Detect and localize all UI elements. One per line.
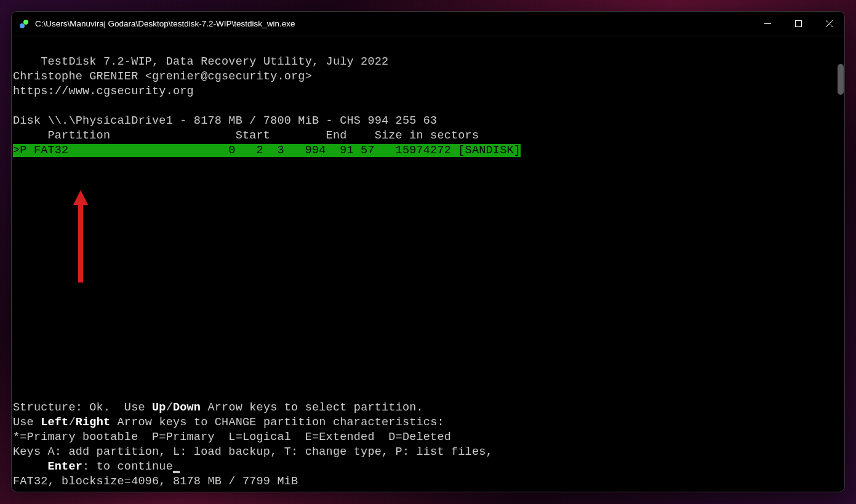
structure-status-prefix: Structure: Ok. Use [13, 401, 152, 414]
header-url: https://www.cgsecurity.org [13, 85, 194, 98]
annotation-arrow [31, 175, 88, 302]
header-version: TestDisk 7.2-WIP, Data Recovery Utility,… [41, 55, 388, 68]
window-controls [752, 12, 844, 36]
svg-point-0 [20, 23, 25, 28]
key-right: Right [76, 416, 111, 429]
header-author: Christophe GRENIER <grenier@cgsecurity.o… [13, 70, 312, 83]
key-down: Down [173, 401, 201, 414]
key-up: Up [152, 401, 166, 414]
svg-rect-3 [795, 21, 801, 27]
app-icon [19, 19, 29, 29]
column-headers: Partition Start End Size in sectors [13, 129, 479, 142]
scrollbar-thumb[interactable] [838, 64, 844, 95]
key-left: Left [41, 416, 68, 429]
disk-info: Disk \\.\PhysicalDrive1 - 8178 MB / 7800… [13, 114, 437, 127]
key-enter: Enter [48, 460, 83, 473]
close-button[interactable] [814, 12, 844, 36]
instruction-block: Structure: Ok. Use Up/Down Arrow keys to… [13, 401, 843, 489]
keys-legend: Keys A: add partition, L: load backup, T… [13, 446, 493, 458]
titlebar[interactable]: C:\Users\Manuviraj Godara\Desktop\testdi… [12, 12, 844, 36]
terminal-cursor [173, 471, 180, 473]
svg-point-1 [23, 20, 28, 25]
window-title: C:\Users\Manuviraj Godara\Desktop\testdi… [35, 19, 752, 28]
minimize-button[interactable] [752, 12, 783, 36]
partition-row-selected[interactable]: >P FAT32 0 2 3 994 91 57 15974272 [SANDI… [13, 144, 521, 157]
partition-types-legend: *=Primary bootable P=Primary L=Logical E… [13, 431, 451, 444]
maximize-button[interactable] [783, 12, 814, 36]
terminal-window: C:\Users\Manuviraj Godara\Desktop\testdi… [11, 11, 845, 492]
terminal-output[interactable]: TestDisk 7.2-WIP, Data Recovery Utility,… [12, 36, 844, 492]
svg-marker-6 [73, 190, 88, 282]
partition-details: FAT32, blocksize=4096, 8178 MB / 7799 Mi… [13, 475, 298, 488]
